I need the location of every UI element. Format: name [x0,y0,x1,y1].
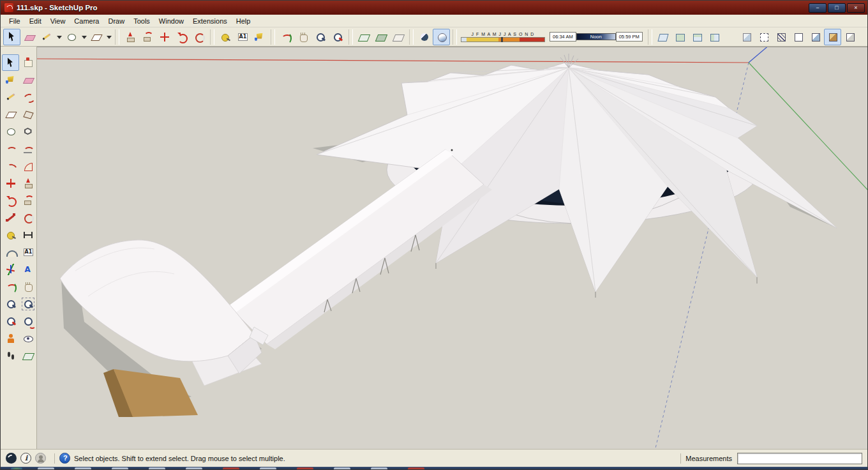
rotate-button[interactable] [173,29,190,45]
circle-options-caret-button[interactable] [80,29,87,45]
menu-extensions[interactable]: Extensions [188,16,232,26]
shadow-date-track[interactable] [461,37,545,42]
view-top-button[interactable] [671,29,689,45]
zoom-button[interactable] [311,29,329,45]
rect-button[interactable] [87,29,105,45]
protractor-button[interactable] [2,244,19,261]
offset-button[interactable] [190,29,207,45]
circle-button[interactable] [2,123,19,140]
sign-in-icon[interactable] [35,453,46,464]
push-pull-button[interactable] [19,175,36,192]
eraser-button[interactable] [19,72,36,88]
three-point-arc-button[interactable] [2,158,19,174]
move-button[interactable] [2,175,19,192]
menu-file[interactable]: File [4,16,25,26]
view-front-button[interactable] [689,29,706,45]
look-around-button[interactable] [19,330,36,347]
previous-button[interactable] [19,313,36,330]
line-button[interactable] [2,89,19,105]
circle-button[interactable] [63,29,80,45]
shadow-date-slider[interactable]: J F M A M J J A S O N D [461,29,545,45]
menu-camera[interactable]: Camera [70,16,103,26]
freehand-button[interactable] [19,89,36,105]
geolocation-icon[interactable] [6,453,17,464]
style-shaded-button[interactable] [807,29,824,45]
measurements-input[interactable] [737,453,862,464]
rotate-button[interactable] [2,192,19,209]
taskbar-item[interactable] [149,467,165,470]
start-button[interactable] [11,467,22,470]
select-button[interactable] [2,54,19,71]
taskbar-item[interactable] [112,467,128,470]
style-back-edges-button[interactable] [755,29,772,45]
style-shaded-textures-button[interactable] [824,29,841,45]
section-display-button[interactable] [389,29,407,45]
style-xray-button[interactable] [738,29,755,45]
view-iso-button[interactable] [654,29,671,45]
paint-button[interactable] [251,29,268,45]
credits-icon[interactable] [20,453,31,464]
taskbar-item[interactable] [408,467,424,470]
view-right-button[interactable] [706,29,723,45]
section-fill-button[interactable] [372,29,389,45]
taskbar-item[interactable] [75,467,91,470]
taskbar-item[interactable] [186,467,202,470]
offset-button[interactable] [19,209,36,226]
orbit-button[interactable] [277,29,294,45]
menu-help[interactable]: Help [232,16,255,26]
pie-button[interactable] [19,158,36,174]
modeling-viewport[interactable] [37,47,867,449]
menu-tools[interactable]: Tools [129,16,154,26]
text-button[interactable] [234,29,251,45]
pan-button[interactable] [19,278,36,295]
move-button[interactable] [156,29,173,45]
scale-button[interactable] [2,209,19,226]
push-pull-button[interactable] [121,29,138,45]
shadow-time-end[interactable]: 05:59 PM [616,32,643,42]
close-button[interactable]: × [847,3,865,13]
minimize-button[interactable]: − [809,3,827,13]
follow-me-button[interactable] [138,29,156,45]
rect-options-caret-button[interactable] [105,29,112,45]
paint-button[interactable] [2,72,19,88]
select-button[interactable] [3,29,20,45]
taskbar-item[interactable] [334,467,350,470]
tape-measure-button[interactable] [216,29,234,45]
3d-text-button[interactable] [19,261,36,278]
walk-button[interactable] [2,347,19,364]
pan-button[interactable] [294,29,311,45]
zoom-extents-button[interactable] [2,313,19,330]
help-icon[interactable] [59,453,70,464]
taskbar-item[interactable] [297,467,313,470]
text-button[interactable] [19,244,36,261]
section-plane-button[interactable] [19,347,36,364]
zoom-window-button[interactable] [19,296,36,312]
taskbar-item[interactable] [371,467,387,470]
zoom-extents-button[interactable] [329,29,346,45]
shadow-time-start[interactable]: 06:34 AM [550,32,576,42]
maximize-button[interactable]: □ [828,3,846,13]
dimension-button[interactable] [19,227,36,243]
line-options-caret-button[interactable] [55,29,63,45]
menu-draw[interactable]: Draw [103,16,129,26]
follow-me-button[interactable] [19,192,36,209]
taskbar-item[interactable] [38,467,54,470]
rotated-rect-button[interactable] [19,106,36,123]
orbit-button[interactable] [2,278,19,295]
zoom-button[interactable] [2,296,19,312]
menu-view[interactable]: View [46,16,70,26]
shaded-button[interactable] [433,29,450,45]
arc-button[interactable] [2,140,19,157]
taskbar-item[interactable] [223,467,239,470]
line-button[interactable] [38,29,55,45]
style-monochrome-button[interactable] [841,29,858,45]
windows-taskbar[interactable] [1,467,867,470]
two-point-arc-button[interactable] [19,140,36,157]
style-wireframe-button[interactable] [772,29,789,45]
tape-measure-button[interactable] [2,227,19,243]
style-hidden-line-button[interactable] [789,29,807,45]
axes-button[interactable] [2,261,19,278]
polygon-button[interactable] [19,123,36,140]
xray-button[interactable] [415,29,433,45]
taskbar-item[interactable] [260,467,276,470]
